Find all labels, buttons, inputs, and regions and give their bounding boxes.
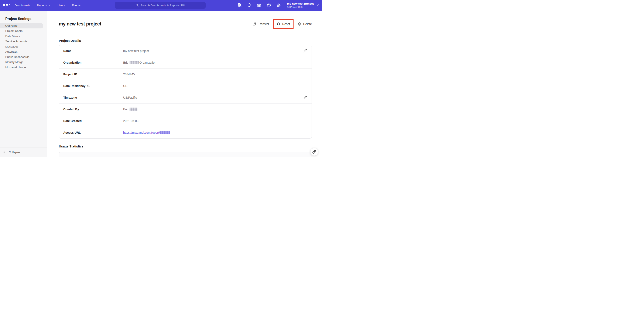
delete-button[interactable]: Delete: [298, 22, 312, 26]
row-value: 2384945: [123, 72, 135, 76]
reset-label: Reset: [282, 22, 290, 26]
sidebar-title: Project Settings: [5, 17, 47, 21]
nav-label: Dashboards: [15, 4, 30, 7]
sidebar-item-autotrack[interactable]: Autotrack: [0, 49, 43, 54]
edit-timezone-button[interactable]: [303, 95, 308, 100]
page-title: my new test project: [59, 21, 101, 27]
pencil-icon: [303, 49, 308, 53]
detail-row-created-by: Created By Eric: [59, 103, 312, 115]
apps-grid-button[interactable]: [257, 3, 262, 8]
feedback-button[interactable]: [247, 3, 252, 8]
nav-reports[interactable]: Reports: [37, 4, 51, 7]
nav-dashboards[interactable]: Dashboards: [15, 4, 30, 7]
collapse-sidebar-button[interactable]: Collapse: [0, 147, 47, 157]
apps-grid-icon: [257, 3, 261, 8]
search-icon: [135, 3, 139, 7]
transfer-label: Transfer: [258, 22, 269, 26]
row-value: Eric: [123, 108, 138, 111]
project-selector[interactable]: my new test project All Project Data: [287, 2, 319, 9]
project-actions: Transfer Reset Delete: [252, 19, 312, 29]
row-value: US: [123, 84, 127, 88]
edit-name-button[interactable]: [303, 48, 308, 53]
redacted-text: [130, 61, 139, 64]
nav-label: Events: [72, 4, 80, 7]
delete-label: Delete: [303, 22, 312, 26]
reset-button[interactable]: Reset: [276, 22, 290, 26]
detail-row-access-url: Access URL https://mixpanel.com/report/: [59, 127, 312, 138]
info-icon[interactable]: [87, 84, 90, 88]
sidebar-item-project-users[interactable]: Project Users: [0, 28, 43, 34]
sidebar-item-service-accounts[interactable]: Service Accounts: [0, 39, 43, 44]
nav-events[interactable]: Events: [72, 4, 80, 7]
value-text: Organization: [139, 61, 156, 64]
primary-nav: Dashboards Reports Users Events: [15, 0, 81, 10]
logo-dot: [3, 3, 5, 6]
row-label: Access URL: [63, 131, 81, 134]
nav-users[interactable]: Users: [58, 4, 65, 7]
row-label: Data Residency: [63, 84, 90, 88]
settings-sidebar: Project Settings Overview Project Users …: [0, 10, 47, 157]
detail-row-name: Name my new test project: [59, 45, 312, 57]
title-row: my new test project Transfer Reset Delet…: [59, 19, 312, 29]
data-management-button[interactable]: [237, 3, 242, 8]
trash-icon: [298, 22, 302, 26]
settings-button[interactable]: [276, 3, 281, 8]
sidebar-item-overview[interactable]: Overview: [0, 23, 43, 28]
feedback-icon: [247, 3, 252, 8]
detail-row-timezone: Timezone US/Pacific: [59, 92, 312, 103]
collapse-icon: [2, 150, 6, 154]
access-url-link[interactable]: https://mixpanel.com/report/: [123, 131, 170, 134]
top-nav: Dashboards Reports Users Events Search D…: [0, 0, 322, 10]
row-label: Name: [63, 49, 71, 53]
nav-right-cluster: my new test project All Project Data: [237, 0, 319, 10]
transfer-icon: [252, 22, 256, 26]
sidebar-item-identity-merge[interactable]: Identity Merge: [0, 60, 43, 65]
row-label: Created By: [63, 108, 79, 111]
link-text: https://mixpanel.com/report/: [123, 131, 160, 134]
current-project-scope: All Project Data: [287, 6, 314, 9]
project-selector-text: my new test project All Project Data: [287, 2, 314, 9]
current-project-name: my new test project: [287, 2, 314, 6]
reset-icon: [276, 22, 280, 26]
label-text: Data Residency: [63, 84, 86, 88]
row-label: Date Created: [63, 119, 82, 123]
project-details-heading: Project Details: [59, 39, 81, 42]
collapse-label: Collapse: [9, 151, 20, 154]
app-window: Dashboards Reports Users Events Search D…: [0, 0, 322, 157]
nav-label: Users: [58, 4, 65, 7]
detail-row-date-created: Date Created 2021-06-03: [59, 115, 312, 127]
share-link-button[interactable]: [310, 148, 318, 156]
help-icon: [266, 3, 271, 8]
sidebar-item-messages[interactable]: Messages: [0, 44, 43, 49]
row-value: 2021-06-03: [123, 119, 138, 123]
redacted-text: [130, 108, 138, 111]
chevron-down-icon: [48, 4, 51, 6]
logo-dot: [9, 4, 10, 5]
link-icon: [312, 150, 316, 154]
row-value: EricOrganization: [123, 61, 156, 64]
search-placeholder: Search Dashboards & Reports ⌘K: [140, 3, 185, 7]
usage-statistics-heading: Usage Statistics: [59, 144, 84, 148]
sidebar-item-data-views[interactable]: Data Views: [0, 33, 43, 39]
project-details-card: Name my new test project Organization Er…: [59, 45, 312, 139]
sidebar-nav: Overview Project Users Data Views Servic…: [0, 23, 47, 70]
row-value: US/Pacific: [123, 96, 137, 99]
nav-label: Reports: [37, 4, 47, 7]
logo-dot: [6, 4, 8, 6]
usage-statistics-card: [59, 152, 312, 157]
help-button[interactable]: [266, 3, 271, 8]
reset-highlight-annotation: Reset: [273, 19, 294, 29]
detail-row-project-id: Project ID 2384945: [59, 68, 312, 80]
mixpanel-logo[interactable]: [3, 3, 10, 6]
sidebar-item-mixpanel-usage[interactable]: Mixpanel Usage: [0, 65, 43, 70]
row-label: Timezone: [63, 96, 77, 99]
row-label: Organization: [63, 61, 82, 64]
transfer-button[interactable]: Transfer: [252, 22, 269, 26]
value-text: Eric: [123, 108, 128, 111]
value-text: Eric: [123, 61, 128, 64]
pencil-icon: [303, 96, 308, 100]
sidebar-item-public-dashboards[interactable]: Public Dashboards: [0, 54, 43, 60]
redacted-text: [160, 131, 170, 134]
main-content: my new test project Transfer Reset Delet…: [47, 10, 322, 157]
search-input[interactable]: Search Dashboards & Reports ⌘K: [115, 2, 206, 9]
